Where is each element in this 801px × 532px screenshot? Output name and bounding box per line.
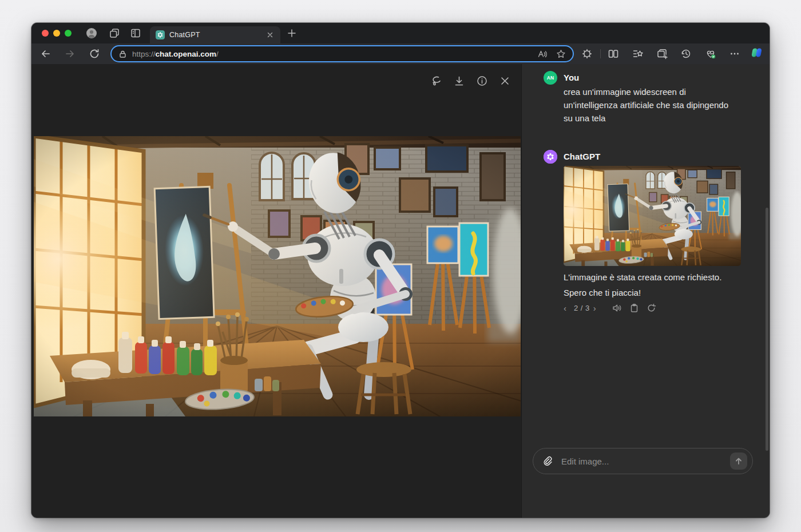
attachment-paperclip-icon[interactable] xyxy=(542,456,553,467)
download-icon[interactable] xyxy=(453,75,465,87)
window-minimize-button[interactable] xyxy=(53,30,60,37)
refresh-icon[interactable] xyxy=(89,48,100,59)
send-button[interactable] xyxy=(730,452,747,470)
response-pager: ‹ 2 / 3 › xyxy=(564,304,600,312)
image-viewer-panel xyxy=(31,64,521,518)
browser-window: ChatGPT htt xyxy=(31,23,770,518)
read-aloud-speaker-icon[interactable] xyxy=(612,303,622,313)
close-viewer-icon[interactable] xyxy=(499,75,511,87)
extensions-icon[interactable] xyxy=(581,48,593,59)
user-author-name: You xyxy=(564,73,579,82)
copy-clipboard-icon[interactable] xyxy=(629,303,639,313)
vertical-tabs-icon[interactable] xyxy=(130,27,141,39)
read-aloud-icon[interactable] xyxy=(537,49,547,59)
edit-image-input[interactable] xyxy=(560,456,723,467)
assistant-message-line2: Spero che ti piaccia! xyxy=(564,286,736,299)
tab-title: ChatGPT xyxy=(169,31,261,39)
assistant-message-controls: ‹ 2 / 3 › xyxy=(564,303,656,313)
generated-image-large[interactable] xyxy=(34,136,521,416)
window-close-button[interactable] xyxy=(42,30,49,37)
browser-essentials-icon[interactable] xyxy=(705,48,716,59)
assistant-message-line1: L'immagine è stata creata come richiesto… xyxy=(564,271,736,284)
url-scheme: https:// xyxy=(132,50,156,58)
message-composer[interactable] xyxy=(533,448,753,474)
browser-tab-chatgpt[interactable]: ChatGPT xyxy=(150,26,280,43)
more-options-icon[interactable] xyxy=(729,48,740,59)
site-lock-icon[interactable] xyxy=(118,50,127,58)
tab-strip: ChatGPT xyxy=(31,23,770,43)
browser-content: AN You crea un'immagine widescreen di un… xyxy=(31,64,770,518)
back-icon[interactable] xyxy=(40,48,51,59)
desktop-background: ChatGPT htt xyxy=(0,0,801,532)
url-text[interactable]: https://chat.openai.com/ xyxy=(132,50,532,58)
url-path: / xyxy=(216,50,219,58)
send-arrow-icon xyxy=(734,456,743,466)
pager-label: 2 / 3 xyxy=(574,304,590,312)
next-response-icon[interactable]: › xyxy=(593,305,600,312)
info-icon[interactable] xyxy=(476,75,488,87)
forward-icon[interactable] xyxy=(64,48,76,59)
history-icon[interactable] xyxy=(680,48,692,59)
new-tab-button[interactable] xyxy=(287,28,297,38)
regenerate-icon[interactable] xyxy=(647,303,656,313)
sidebar-scrollbar[interactable] xyxy=(766,208,768,451)
address-bar[interactable]: https://chat.openai.com/ xyxy=(110,45,574,62)
toolbar-divider xyxy=(600,49,601,58)
browser-toolbar: https://chat.openai.com/ xyxy=(31,43,770,64)
window-zoom-button[interactable] xyxy=(65,30,72,37)
previous-response-icon[interactable]: ‹ xyxy=(564,305,570,312)
url-host: chat.openai.com xyxy=(156,50,217,58)
select-lasso-icon[interactable] xyxy=(430,75,442,87)
copilot-icon[interactable] xyxy=(751,47,765,61)
profile-avatar-icon[interactable] xyxy=(86,27,97,39)
openai-logo-icon xyxy=(544,150,557,164)
assistant-avatar xyxy=(544,150,557,164)
workspaces-icon[interactable] xyxy=(109,27,120,39)
chat-sidebar: AN You crea un'immagine widescreen di un… xyxy=(521,64,770,518)
user-avatar: AN xyxy=(544,71,557,85)
user-message-text: crea un'immagine widescreen di un'intell… xyxy=(564,85,736,125)
assistant-author-name: ChatGPT xyxy=(564,152,600,161)
image-viewer-toolbar xyxy=(430,75,511,87)
split-screen-icon[interactable] xyxy=(608,48,619,59)
favorite-star-icon[interactable] xyxy=(556,49,566,59)
chatgpt-favicon xyxy=(156,30,165,39)
favorites-icon[interactable] xyxy=(632,48,644,59)
collections-icon[interactable] xyxy=(656,48,668,59)
generated-image-thumbnail[interactable] xyxy=(564,166,741,266)
tab-close-icon[interactable] xyxy=(265,30,275,39)
